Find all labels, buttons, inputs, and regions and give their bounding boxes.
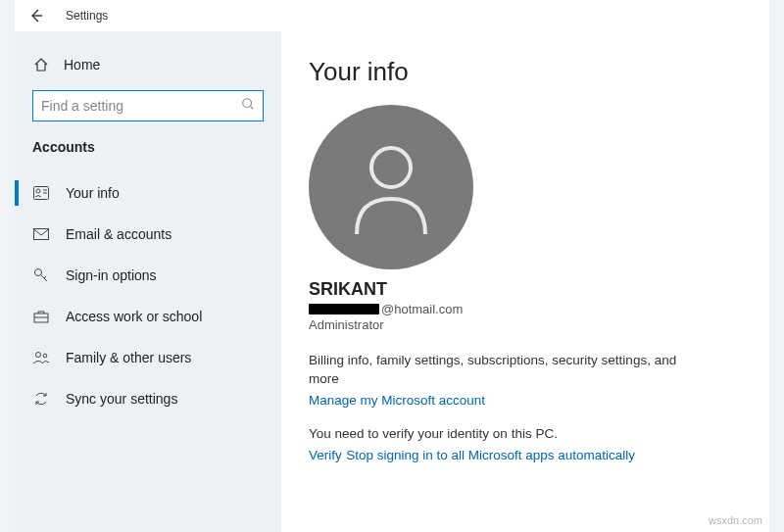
- mail-icon: [32, 225, 50, 243]
- back-arrow-icon: [28, 8, 44, 24]
- svg-point-4: [36, 189, 40, 193]
- search-box[interactable]: [32, 90, 264, 121]
- svg-point-14: [43, 354, 47, 358]
- home-icon: [32, 56, 50, 73]
- svg-point-8: [35, 269, 42, 276]
- home-label: Home: [64, 57, 100, 73]
- nav-label: Family & other users: [66, 350, 191, 365]
- sync-icon: [32, 390, 50, 408]
- sidebar-item-signin-options[interactable]: Sign-in options: [15, 255, 281, 296]
- svg-line-10: [44, 276, 46, 278]
- billing-description: Billing info, family settings, subscript…: [309, 352, 681, 389]
- titlebar: Settings: [15, 0, 769, 31]
- email-suffix: @hotmail.com: [381, 302, 463, 316]
- sidebar-item-your-info[interactable]: Your info: [15, 172, 281, 214]
- svg-rect-7: [34, 229, 49, 240]
- svg-line-2: [251, 107, 254, 110]
- sidebar: Home Accounts Your info: [15, 31, 281, 532]
- nav-label: Access work or school: [66, 309, 202, 324]
- stop-signing-in-link[interactable]: Stop signing in to all Microsoft apps au…: [346, 448, 635, 462]
- back-button[interactable]: [26, 6, 46, 25]
- sidebar-item-sync-settings[interactable]: Sync your settings: [15, 378, 281, 419]
- svg-point-13: [36, 353, 41, 358]
- sidebar-item-work-school[interactable]: Access work or school: [15, 296, 281, 337]
- briefcase-icon: [32, 308, 50, 325]
- nav-label: Sync your settings: [66, 391, 177, 407]
- nav-label: Email & accounts: [66, 226, 172, 242]
- search-container: [15, 84, 281, 131]
- username: SRIKANT: [309, 279, 742, 300]
- main-panel: Your info SRIKANT @hotmail.com Administr…: [281, 31, 769, 532]
- person-card-icon: [32, 184, 50, 202]
- titlebar-title: Settings: [66, 9, 108, 23]
- svg-point-1: [243, 99, 252, 108]
- search-icon: [241, 97, 255, 115]
- sidebar-item-family-users[interactable]: Family & other users: [15, 337, 281, 378]
- avatar: [309, 105, 473, 269]
- nav-label: Your info: [66, 185, 120, 201]
- search-input[interactable]: [41, 98, 241, 114]
- content-area: Home Accounts Your info: [15, 31, 769, 532]
- redacted-text: [309, 304, 379, 314]
- person-icon: [347, 138, 435, 236]
- settings-window: Settings Home Accounts: [15, 0, 769, 532]
- nav-label: Sign-in options: [66, 267, 157, 283]
- manage-account-link[interactable]: Manage my Microsoft account: [309, 393, 485, 408]
- sidebar-item-email-accounts[interactable]: Email & accounts: [15, 214, 281, 255]
- home-button[interactable]: Home: [15, 45, 281, 84]
- page-title: Your info: [309, 57, 742, 87]
- email: @hotmail.com: [309, 302, 742, 316]
- role-label: Administrator: [309, 317, 742, 332]
- watermark: wsxdn.com: [709, 514, 762, 526]
- svg-point-15: [371, 148, 411, 187]
- verify-description: You need to verify your identity on this…: [309, 425, 681, 444]
- people-icon: [32, 349, 50, 366]
- key-icon: [32, 266, 50, 284]
- category-label: Accounts: [15, 131, 281, 172]
- verify-link[interactable]: Verify: [309, 448, 342, 462]
